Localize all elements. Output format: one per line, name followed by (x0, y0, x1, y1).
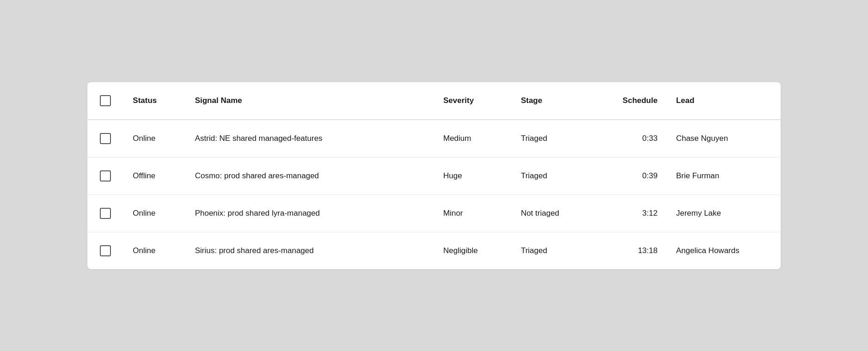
row-severity: Negligible (434, 232, 512, 269)
table-row: Offline Cosmo: prod shared ares-managed … (87, 157, 781, 194)
row-severity: Huge (434, 157, 512, 194)
header-schedule: Schedule (594, 82, 667, 120)
main-table-container: Status Signal Name Severity Stage Schedu… (87, 82, 781, 269)
row-signal-name: Astrid: NE shared managed-features (186, 120, 434, 157)
row-status: Online (123, 120, 185, 157)
row-stage: Not triaged (512, 194, 594, 232)
row-severity: Medium (434, 120, 512, 157)
row-signal-name: Cosmo: prod shared ares-managed (186, 157, 434, 194)
row-schedule: 13:18 (594, 232, 667, 269)
row-lead: Brie Furman (667, 157, 781, 194)
table-row: Online Sirius: prod shared ares-managed … (87, 232, 781, 269)
row-severity: Minor (434, 194, 512, 232)
header-checkbox-cell (87, 82, 123, 120)
table-header-row: Status Signal Name Severity Stage Schedu… (87, 82, 781, 120)
row-stage: Triaged (512, 120, 594, 157)
row-checkbox-cell (87, 120, 123, 157)
table-body: Online Astrid: NE shared managed-feature… (87, 120, 781, 269)
row-checkbox-3[interactable] (100, 245, 111, 256)
row-status: Online (123, 194, 185, 232)
row-schedule: 3:12 (594, 194, 667, 232)
signals-table: Status Signal Name Severity Stage Schedu… (87, 82, 781, 269)
header-severity: Severity (434, 82, 512, 120)
row-lead: Jeremy Lake (667, 194, 781, 232)
row-checkbox-cell (87, 232, 123, 269)
row-checkbox-1[interactable] (100, 170, 111, 182)
header-stage: Stage (512, 82, 594, 120)
row-checkbox-2[interactable] (100, 208, 111, 219)
row-status: Online (123, 232, 185, 269)
table-row: Online Astrid: NE shared managed-feature… (87, 120, 781, 157)
header-signal-name: Signal Name (186, 82, 434, 120)
row-lead: Angelica Howards (667, 232, 781, 269)
row-checkbox-cell (87, 157, 123, 194)
header-lead: Lead (667, 82, 781, 120)
row-checkbox-cell (87, 194, 123, 232)
row-schedule: 0:39 (594, 157, 667, 194)
row-schedule: 0:33 (594, 120, 667, 157)
row-signal-name: Sirius: prod shared ares-managed (186, 232, 434, 269)
row-stage: Triaged (512, 232, 594, 269)
row-status: Offline (123, 157, 185, 194)
row-stage: Triaged (512, 157, 594, 194)
table-row: Online Phoenix: prod shared lyra-managed… (87, 194, 781, 232)
row-lead: Chase Nguyen (667, 120, 781, 157)
row-signal-name: Phoenix: prod shared lyra-managed (186, 194, 434, 232)
select-all-checkbox[interactable] (100, 95, 111, 106)
header-status: Status (123, 82, 185, 120)
row-checkbox-0[interactable] (100, 133, 111, 144)
